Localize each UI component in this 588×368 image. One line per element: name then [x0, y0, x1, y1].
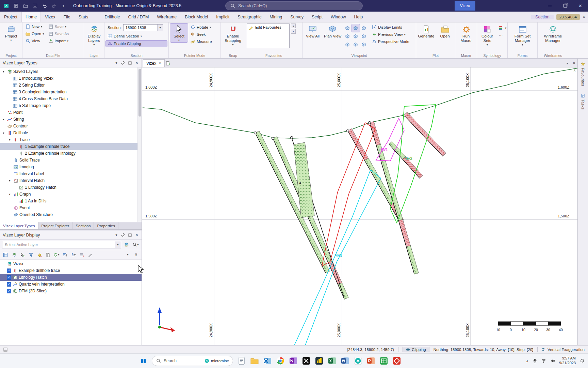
- project-button[interactable]: Project: [2, 24, 20, 42]
- vertical-exaggeration-button[interactable]: Vertical Exaggeration: [542, 348, 585, 352]
- measure-button[interactable]: Measure: [189, 39, 214, 45]
- micromine-app-icon[interactable]: [353, 356, 362, 366]
- tree-item-imaging[interactable]: Imaging: [0, 164, 142, 170]
- favourites-scroll-up-icon[interactable]: [291, 24, 296, 28]
- taskbar-search-box[interactable]: Search micromine: [152, 356, 233, 366]
- tree-item-graph[interactable]: Graph: [0, 191, 142, 198]
- select-active-layer-icon[interactable]: [18, 251, 26, 258]
- active-layer-dropdown-icon[interactable]: [115, 241, 121, 248]
- tab-home[interactable]: Home: [21, 12, 41, 22]
- collapse-panel-icon[interactable]: [573, 68, 576, 72]
- onenote-icon[interactable]: [289, 356, 298, 366]
- view-cube-icon[interactable]: [344, 24, 352, 32]
- ribbon-collapse-icon[interactable]: [583, 15, 585, 19]
- tree-item-saved-3[interactable]: 3 Geological Interpretation: [0, 89, 142, 95]
- pane-layout-icon[interactable]: [3, 348, 7, 352]
- scrollbar-thumb[interactable]: [138, 69, 141, 117]
- layer-checkbox[interactable]: [7, 275, 11, 280]
- view-button[interactable]: View: [24, 38, 46, 44]
- filter-layer-icon[interactable]: [27, 251, 35, 258]
- excel-icon[interactable]: [327, 356, 337, 366]
- view-all-button[interactable]: View All: [304, 24, 322, 39]
- tab-vizex[interactable]: Vizex: [41, 12, 59, 22]
- new-view-icon[interactable]: [165, 59, 172, 67]
- section-combo[interactable]: 15900.1808: [123, 24, 163, 31]
- tree-item-lithology-hatch[interactable]: 1 Lithology Hatch: [0, 184, 142, 191]
- panel-menu-icon[interactable]: [113, 232, 120, 239]
- select-button[interactable]: Select: [170, 24, 188, 42]
- tab-grid-dtm[interactable]: Grid / DTM: [124, 12, 153, 22]
- pin-icon[interactable]: [120, 60, 127, 66]
- tree-item-saved-5[interactable]: 5 Sat Image Topo: [0, 102, 142, 109]
- toolbar-expand-icon[interactable]: [133, 251, 140, 259]
- panel-menu-icon[interactable]: [113, 60, 120, 66]
- tab-project[interactable]: Project: [0, 12, 21, 22]
- tab-implicit[interactable]: Implicit: [212, 12, 233, 22]
- undo-icon[interactable]: [40, 2, 49, 10]
- notifications-icon[interactable]: [580, 358, 585, 363]
- app-logo-icon[interactable]: [2, 2, 11, 10]
- save-button[interactable]: Save: [47, 24, 70, 30]
- display-layer-example-drillhole-trace[interactable]: Example drillhole trace: [0, 267, 142, 274]
- word-icon[interactable]: [340, 356, 349, 366]
- microphone-icon[interactable]: [533, 358, 537, 363]
- layer-checkbox[interactable]: [7, 269, 11, 273]
- view-cube-icon[interactable]: [344, 41, 352, 48]
- show-hide-layer-icon[interactable]: [10, 251, 18, 258]
- tab-properties[interactable]: Properties: [94, 222, 118, 229]
- power-bi-icon[interactable]: [314, 356, 324, 366]
- tree-item-event[interactable]: Event: [0, 204, 142, 211]
- open-project-icon[interactable]: [21, 2, 30, 10]
- layer-search-icon[interactable]: [132, 241, 140, 248]
- close-button[interactable]: [573, 0, 588, 12]
- tree-item-drillhole[interactable]: Drillhole: [0, 129, 142, 136]
- global-search-box[interactable]: Search (Ctrl+Q): [225, 1, 363, 10]
- symbology-more-icon[interactable]: [497, 32, 508, 38]
- tab-mining[interactable]: Mining: [265, 12, 286, 22]
- redo-icon[interactable]: [50, 2, 58, 10]
- display-layer-lithology-hatch[interactable]: Lithology Hatch: [0, 274, 142, 281]
- toolbar-overflow-icon[interactable]: [124, 251, 132, 258]
- tab-block-model[interactable]: Block Model: [181, 12, 212, 22]
- clipping-indicator[interactable]: Clipping: [403, 347, 429, 352]
- wifi-icon[interactable]: [541, 358, 546, 363]
- pin-icon[interactable]: [120, 232, 127, 239]
- float-icon[interactable]: [127, 60, 133, 66]
- tree-item-contour[interactable]: Contour: [0, 123, 142, 129]
- layer-checkbox[interactable]: [7, 282, 11, 287]
- plan-view-button[interactable]: Plan View: [323, 24, 343, 39]
- enable-clipping-button[interactable]: Enable Clipping: [106, 41, 167, 47]
- tree-item-saved-4[interactable]: 4 Cross Section Base Data: [0, 95, 142, 102]
- sort-up-icon[interactable]: [69, 251, 77, 258]
- tree-item-solid-trace[interactable]: Solid Trace: [0, 157, 142, 164]
- tab-wireframe[interactable]: Wireframe: [153, 12, 181, 22]
- view-cube-icon[interactable]: [352, 24, 360, 32]
- float-icon[interactable]: [127, 232, 133, 239]
- restore-button[interactable]: [557, 0, 573, 12]
- enable-snapping-button[interactable]: Enable Snapping: [222, 24, 244, 47]
- tab-stats[interactable]: Stats: [75, 12, 93, 22]
- tab-file[interactable]: File: [60, 12, 75, 22]
- active-layer-combo[interactable]: Select Active Layer: [2, 241, 121, 248]
- favourites-list[interactable]: Edit Favourites: [247, 24, 290, 48]
- tree-item-au-in-dhs[interactable]: 1 Au in DHs: [0, 198, 142, 204]
- view-list-dropdown-icon[interactable]: [564, 59, 571, 67]
- close-view-icon[interactable]: [159, 62, 161, 65]
- refresh-layer-icon[interactable]: [52, 251, 60, 258]
- quick-access-dropdown-icon[interactable]: [59, 2, 68, 10]
- layer-properties-icon[interactable]: [1, 251, 9, 258]
- tab-sections[interactable]: Sections: [72, 222, 94, 229]
- view-cube-icon[interactable]: [360, 41, 368, 48]
- rotate-button[interactable]: Rotate: [189, 24, 214, 30]
- tree-item-saved-1[interactable]: 1 Introducing Vizex: [0, 75, 142, 82]
- sort-add-icon[interactable]: [61, 251, 69, 258]
- perspective-mode-button[interactable]: Perspective Mode: [370, 39, 411, 45]
- tab-help[interactable]: Help: [350, 12, 367, 22]
- section-view-canvas[interactable]: 24,900X 25,000X 25,100X 24,900X 25,000X …: [142, 67, 577, 345]
- new-button[interactable]: New: [24, 24, 46, 30]
- caret-down-icon[interactable]: [7, 138, 12, 141]
- close-all-views-icon[interactable]: [571, 59, 577, 67]
- colour-sets-button[interactable]: Colour Sets: [478, 24, 496, 47]
- vizex-view-tab[interactable]: Vizex: [143, 59, 165, 67]
- layer-display-settings-icon[interactable]: [122, 241, 130, 248]
